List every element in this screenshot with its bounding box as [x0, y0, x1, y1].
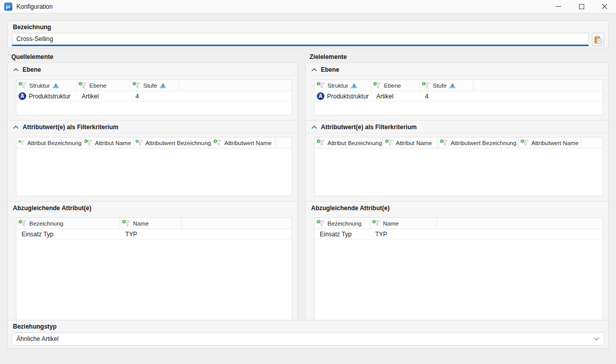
table-header-row: Struktur 1 Ebene [315, 80, 603, 91]
filter-icon [317, 82, 325, 89]
chevron-up-icon [311, 125, 317, 129]
bezeichnung-panel: Bezeichnung [7, 21, 609, 48]
beziehungstyp-label: Beziehungstyp [8, 320, 608, 330]
column-header-attributwert-bezeichnung[interactable]: Attributwert Bezeichnung [438, 137, 518, 148]
filter-icon [18, 139, 25, 146]
column-header-struktur[interactable]: Struktur 1 [315, 80, 371, 91]
sort-ascending-badge: 1 [52, 83, 59, 88]
bezeichnung-input[interactable] [12, 33, 589, 46]
column-header-name[interactable]: Name [370, 218, 437, 229]
filter-icon [422, 82, 430, 89]
article-icon: A [18, 92, 26, 100]
target-match-panel: Abzugleichende Attribut(e) Bezeichnung [305, 201, 609, 328]
table-row[interactable]: Einsatz Typ TYP [16, 229, 292, 239]
column-header-bezeichnung[interactable]: Bezeichnung [16, 218, 120, 229]
minimize-button[interactable] [547, 0, 570, 13]
column-header-attribut-name[interactable]: Attribut Name [383, 137, 438, 148]
chevron-up-icon [311, 68, 317, 72]
app-icon-text: pr [6, 4, 11, 9]
column-header-attribut-bezeichnung[interactable]: Attribut Bezeichnung [315, 137, 383, 148]
column-header-attribut-name[interactable]: Attribut Name [82, 137, 133, 148]
target-match-header: Abzugleichende Attribut(e) [306, 201, 608, 214]
column-header-filler [276, 137, 292, 148]
window-title: Konfiguration [16, 3, 53, 10]
target-column: Zielelemente Ebene Struktur [305, 53, 609, 328]
column-header-bezeichnung[interactable]: Bezeichnung [315, 218, 370, 229]
beziehungstyp-dropdown[interactable]: Ähnliche Artikel [12, 332, 604, 346]
column-header-attributwert-name[interactable]: Attributwert Name [518, 137, 581, 148]
filter-icon [18, 82, 27, 89]
source-title: Quellelemente [7, 53, 298, 63]
table-row[interactable]: Einsatz Typ TYP [315, 229, 603, 239]
column-header-attribut-bezeichnung[interactable]: Attribut Bezeichnung [16, 137, 82, 148]
source-filter-header[interactable]: Attributwert(e) als Filterkriterium [8, 120, 297, 133]
column-header-filler [179, 80, 292, 91]
article-icon: A [317, 92, 324, 100]
column-header-filler [182, 218, 292, 229]
table-row[interactable]: A Produktstruktur Artikel 4 [16, 91, 292, 102]
sort-ascending-badge: 1 [351, 83, 357, 88]
source-ebene-table: Struktur 1 Ebene [16, 79, 292, 115]
source-match-panel: Abzugleichende Attribut(e) Bezeichnung [7, 201, 298, 328]
filter-icon [136, 139, 143, 146]
column-header-filler [437, 218, 603, 229]
table-header-row: Struktur 1 Ebene [16, 80, 292, 91]
target-filter-header[interactable]: Attributwert(e) als Filterkriterium [306, 120, 608, 133]
table-header-row: Bezeichnung Name [16, 218, 292, 229]
chevron-up-icon [13, 68, 19, 72]
column-header-filler [581, 137, 603, 148]
column-header-stufe[interactable]: Stufe 2 [420, 80, 473, 91]
target-filter-table: Attribut Bezeichnung Attribut Name [314, 137, 603, 196]
source-ebene-panel: Ebene Struktur 1 [7, 63, 298, 120]
table-header-row: Attribut Bezeichnung Attribut Name [315, 137, 603, 149]
maximize-button[interactable] [570, 0, 593, 13]
sort-ascending-badge: 2 [160, 83, 166, 88]
source-ebene-header[interactable]: Ebene [8, 63, 297, 76]
column-header-attributwert-bezeichnung[interactable]: Attributwert Bezeichnung [133, 137, 211, 148]
bezeichnung-label: Bezeichnung [8, 21, 608, 31]
filter-icon [84, 139, 92, 146]
source-filter-panel: Attributwert(e) als Filterkriterium Attr… [7, 120, 298, 201]
target-filter-panel: Attributwert(e) als Filterkriterium Attr… [305, 120, 609, 201]
close-icon [602, 4, 607, 9]
source-column: Quellelemente Ebene Struktur [7, 53, 298, 328]
target-match-table: Bezeichnung Name Einsatz Typ TYP [314, 217, 603, 323]
source-match-header: Abzugleichende Attribut(e) [8, 201, 297, 214]
filter-icon [385, 139, 393, 146]
source-filter-table: Attribut Bezeichnung Attribut Name [16, 137, 292, 196]
filter-icon [122, 220, 130, 227]
table-header-row: Attribut Bezeichnung Attribut Name [16, 137, 292, 149]
chevron-up-icon [13, 125, 19, 129]
column-header-struktur[interactable]: Struktur 1 [16, 80, 76, 91]
filter-icon [521, 139, 529, 146]
maximize-icon [579, 4, 584, 9]
filter-icon [317, 220, 325, 227]
filter-icon [132, 82, 141, 89]
column-header-ebene[interactable]: Ebene [371, 80, 420, 91]
filter-icon [372, 220, 380, 227]
target-ebene-table: Struktur 1 Ebene [314, 79, 603, 115]
title-bar: pr Konfiguration [0, 0, 616, 13]
target-title: Zielelemente [305, 53, 609, 63]
column-header-name[interactable]: Name [120, 218, 182, 229]
chevron-down-icon [593, 337, 600, 341]
filter-icon [317, 139, 325, 146]
column-header-stufe[interactable]: Stufe 2 [130, 80, 179, 91]
filter-icon [18, 220, 27, 227]
paste-button[interactable] [592, 33, 604, 46]
beziehungstyp-value: Ähnliche Artikel [16, 335, 593, 342]
source-match-table: Bezeichnung Name Einsatz Typ TYP [16, 217, 292, 323]
beziehungstyp-panel: Beziehungstyp Ähnliche Artikel [7, 320, 609, 349]
filter-icon [440, 139, 448, 146]
table-header-row: Bezeichnung Name [315, 218, 603, 229]
close-button[interactable] [593, 0, 616, 13]
app-icon: pr [4, 3, 12, 11]
column-header-attributwert-name[interactable]: Attributwert Name [211, 137, 276, 148]
table-row[interactable]: A Produktstruktur Artikel 4 [315, 91, 603, 102]
minimize-icon [555, 6, 561, 7]
column-header-ebene[interactable]: Ebene [76, 80, 130, 91]
clipboard-icon [594, 35, 602, 44]
target-ebene-header[interactable]: Ebene [306, 63, 608, 76]
sort-ascending-badge: 2 [449, 83, 456, 88]
filter-icon [373, 82, 381, 89]
